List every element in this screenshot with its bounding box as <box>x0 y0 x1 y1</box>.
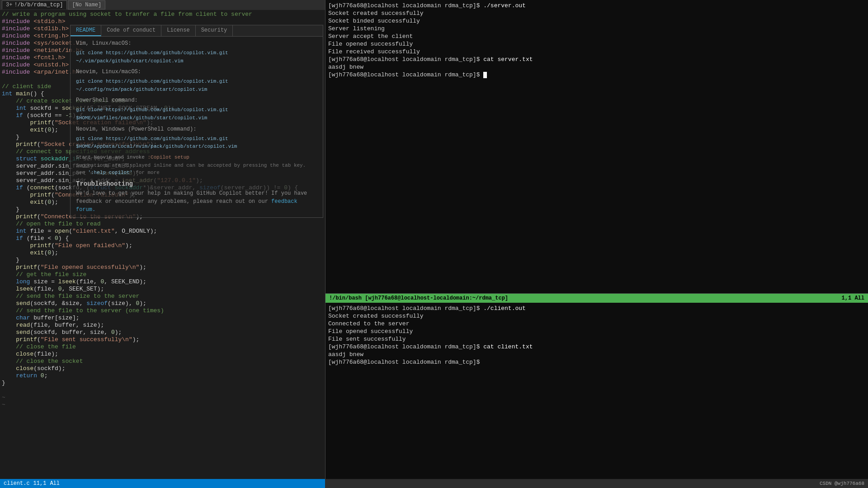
term-upper-line-8: [wjh776a68@localhost localdomain rdma_tc… <box>328 56 865 63</box>
code-line-45: send(sockfd, buffer, size, 0); <box>0 329 325 336</box>
term-lower-line-2: Socket created successfully <box>328 312 865 320</box>
vim-filename: client.c <box>4 480 30 487</box>
code-line-10 <box>0 76 325 83</box>
vim-position: 11,1 <box>33 480 47 487</box>
vim-status-left: client.c 11,1 All <box>4 480 60 487</box>
code-line-28: } <box>0 206 325 213</box>
tab-noname-label: [No Name] <box>72 2 101 8</box>
vim-tab-noname[interactable]: [No Name] <box>68 0 105 9</box>
code-line-31: int file = open("client.txt", O_RDONLY); <box>0 228 325 235</box>
terminal-lower-status-left: !/bin/bash [wjh776a68@localhost-localdom… <box>329 295 508 301</box>
term-upper-line-7: File received successfully <box>328 48 865 56</box>
code-line-21: struct sockaddr_in server_addr; <box>0 155 325 163</box>
terminal-lower-status: !/bin/bash [wjh776a68@localhost-localdom… <box>326 294 868 303</box>
code-line-23: server_addr.sin_port = htons(8888); <box>0 170 325 177</box>
term-upper-line-9: aasdj bnew <box>328 63 865 71</box>
vim-tab-active[interactable]: 3+ !/b/b/rdma_tcp] <box>2 0 67 9</box>
code-line-25: if (connect(sockfd, (struct sockaddr*)&s… <box>0 184 325 192</box>
term-upper-line-4: Server listening <box>328 25 865 33</box>
vim-code-area[interactable]: // write a program using socket to tranf… <box>0 10 325 479</box>
code-line-39: lseek(file, 0, SEEK_SET); <box>0 286 325 293</box>
vim-status-bar: client.c 11,1 All <box>0 479 325 488</box>
term-upper-line-3: Socket binded successfully <box>328 17 865 25</box>
term-upper-line-1: [wjh776a68@localhost localdomain rdma_tc… <box>328 2 865 9</box>
vim-editor-pane: 3+ !/b/b/rdma_tcp] [No Name] // write a … <box>0 0 326 488</box>
code-line-42: // send the file to the server (one time… <box>0 307 325 314</box>
code-line-15: if (sockfd == -1) { <box>0 112 325 119</box>
code-line-50: close(sockfd); <box>0 365 325 372</box>
code-line-52: } <box>0 380 325 387</box>
code-line-tilde-1: ~ <box>0 394 325 401</box>
tab-num: 3+ <box>6 2 12 8</box>
code-line-14: int sockfd = socket(AF_INET, SOCK_STREAM… <box>0 105 325 112</box>
code-line-2: #include <stdio.h> <box>0 18 325 25</box>
code-line-51: return 0; <box>0 372 325 380</box>
term-upper-line-2: Socket created successfully <box>328 9 865 17</box>
term-lower-line-8: [wjh776a68@localhost localdomain rdma_tc… <box>328 358 865 366</box>
code-line-4: #include <string.h> <box>0 33 325 40</box>
code-line-38: long size = lseek(file, 0, SEEK_END); <box>0 278 325 286</box>
code-line-47: // close the file <box>0 343 325 351</box>
terminal-upper[interactable]: [wjh776a68@localhost localdomain rdma_tc… <box>326 0 868 294</box>
code-line-30: // open the file to read <box>0 221 325 228</box>
code-line-37: // get the file size <box>0 271 325 278</box>
code-line-32: if (file < 0) { <box>0 235 325 242</box>
code-line-24: server_addr.sin_addr.s_addr = inet_addr(… <box>0 177 325 184</box>
code-line-5: #include <sys/socket.h> <box>0 40 325 47</box>
term-lower-line-5: File sent successfully <box>328 335 865 343</box>
code-line-43: char buffer[size]; <box>0 314 325 322</box>
code-line-33: printf("File open failed\n"); <box>0 242 325 249</box>
code-line-29: printf("Connected to the server\n"); <box>0 213 325 221</box>
terminal-right-pane: [wjh776a68@localhost localdomain rdma_tc… <box>326 0 868 488</box>
tab-file: !/b/b/rdma_tcp] <box>14 2 63 8</box>
code-line-3: #include <stdlib.h> <box>0 25 325 33</box>
term-upper-line-6: File opened successfully <box>328 40 865 48</box>
code-line-1: // write a program using socket to tranf… <box>0 11 325 18</box>
code-line-17: exit(0); <box>0 127 325 134</box>
vim-position-all: All <box>50 480 60 487</box>
term-upper-line-5: Server accept the client <box>328 33 865 40</box>
code-line-9: #include <arpa/inet.h> <box>0 69 325 76</box>
code-line-22: server_addr.sin_family = AF_INET; <box>0 163 325 170</box>
code-line-26: printf("Connection failed\n"); <box>0 192 325 199</box>
code-line-20: // connect to specified server address <box>0 148 325 155</box>
term-lower-line-3: Connected to the server <box>328 320 865 328</box>
code-line-36: printf("File opened successfully\n"); <box>0 264 325 271</box>
term-lower-line-6: [wjh776a68@localhost localdomain rdma_tc… <box>328 343 865 351</box>
code-line-27: exit(0); <box>0 199 325 206</box>
code-line-6: #include <netinet/in.h> <box>0 47 325 54</box>
code-line-11: // client side <box>0 83 325 90</box>
code-line-tilde-2: ~ <box>0 401 325 408</box>
terminal-lower: !/bin/bash [wjh776a68@localhost-localdom… <box>326 294 868 488</box>
term-upper-line-10: [wjh776a68@localhost localdomain rdma_tc… <box>328 71 865 79</box>
code-line-8: #include <unistd.h> <box>0 61 325 69</box>
term-lower-line-7: aasdj bnew <box>328 351 865 358</box>
terminal-lower-content[interactable]: [wjh776a68@localhost localdomain rdma_tc… <box>326 303 868 488</box>
code-line-44: read(file, buffer, size); <box>0 322 325 329</box>
code-line-7: #include <fcntl.h> <box>0 54 325 61</box>
code-line-13: // create socket with port 8888 <box>0 98 325 105</box>
term-lower-line-4: File opened successfully <box>328 328 865 335</box>
main-container: 3+ !/b/b/rdma_tcp] [No Name] // write a … <box>0 0 868 488</box>
terminal-lower-status-right: 1,1 All <box>842 295 864 301</box>
code-line-49: // close the socket <box>0 358 325 365</box>
code-line-35: } <box>0 257 325 264</box>
code-line-12: int main() { <box>0 90 325 98</box>
term-lower-line-1: [wjh776a68@localhost localdomain rdma_tc… <box>328 305 865 312</box>
code-line-53 <box>0 387 325 394</box>
code-line-46: printf("File sent successfully\n"); <box>0 336 325 343</box>
bottom-csdn-label: CSDN @wjh776a68 <box>820 481 864 486</box>
code-line-40: // send the file size to the server <box>0 293 325 300</box>
code-line-34: exit(0); <box>0 249 325 257</box>
code-line-41: send(sockfd, &size, sizeof(size), 0); <box>0 300 325 307</box>
code-line-19: printf("Socket created successfully\n"); <box>0 141 325 148</box>
vim-tab-bar: 3+ !/b/b/rdma_tcp] [No Name] <box>0 0 325 10</box>
terminal-cursor <box>483 72 487 78</box>
code-line-48: close(file); <box>0 351 325 358</box>
code-line-18: } <box>0 134 325 141</box>
code-line-16: printf("Socket creation failed\n"); <box>0 119 325 127</box>
